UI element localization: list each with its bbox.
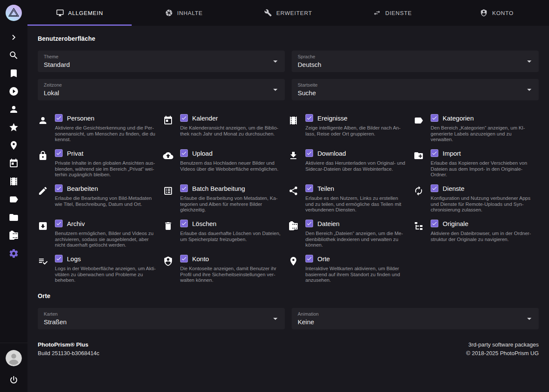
magnify-icon bbox=[9, 50, 19, 60]
option-kategorien: KategorienDen Bereich „Kategorien“ anzei… bbox=[413, 114, 539, 149]
select-sprache[interactable]: SpracheDeutsch bbox=[292, 51, 539, 72]
tab-inhalte[interactable]: INHALTE bbox=[132, 0, 236, 26]
sidebar-item-expand[interactable] bbox=[0, 28, 27, 46]
tab-allgemein[interactable]: ALLGEMEIN bbox=[27, 0, 132, 26]
select-animation[interactable]: AnimationKeine bbox=[292, 308, 539, 329]
option-label[interactable]: Löschen bbox=[192, 220, 217, 227]
checkbox-kategorien[interactable] bbox=[431, 114, 438, 122]
option-label[interactable]: Batch Bearbeitung bbox=[192, 185, 245, 192]
archive-down-icon bbox=[38, 220, 55, 255]
option-head: Originale bbox=[431, 220, 532, 227]
checkbox-originale[interactable] bbox=[431, 220, 438, 227]
tab-erweitert[interactable]: ERWEITERT bbox=[236, 0, 340, 26]
sidebar-item-search[interactable] bbox=[0, 46, 27, 64]
calendar-icon bbox=[9, 158, 19, 169]
sidebar-item-moments[interactable] bbox=[0, 172, 27, 190]
option-label[interactable]: Orte bbox=[317, 255, 330, 262]
option-description: Benutzern ermöglichen, Bilder und Videos… bbox=[55, 231, 156, 248]
sidebar-item-people[interactable] bbox=[0, 100, 27, 118]
option-label[interactable]: Personen bbox=[67, 115, 94, 122]
sidebar-item-settings[interactable] bbox=[0, 244, 27, 262]
option-label[interactable]: Ereignisse bbox=[317, 115, 347, 122]
map-marker-icon bbox=[288, 255, 305, 290]
checkbox-privat[interactable] bbox=[55, 149, 63, 157]
sidebar-item-calendar[interactable] bbox=[0, 154, 27, 172]
option-description: Erlaube die Bearbeitung von Metadaten, K… bbox=[180, 196, 281, 213]
sidebar-item-albums[interactable] bbox=[0, 64, 27, 82]
select-value: Suche bbox=[298, 89, 522, 96]
option-head: Download bbox=[305, 149, 407, 157]
checkbox-konto[interactable] bbox=[180, 255, 188, 262]
select-label: Theme bbox=[44, 54, 268, 59]
checkbox-upload[interactable] bbox=[180, 149, 188, 157]
tab-konto[interactable]: KONTO bbox=[445, 0, 549, 26]
option-label[interactable]: Privat bbox=[67, 150, 83, 157]
checkbox-bearbeiten[interactable] bbox=[55, 184, 63, 192]
option-dienste: DiensteKonfiguration und Nutzung verbund… bbox=[413, 184, 539, 220]
option-teilen: TeilenErlaube es den Nutzern, Links zu e… bbox=[288, 184, 413, 220]
option-label[interactable]: Teilen bbox=[317, 185, 334, 192]
checkbox-logs[interactable] bbox=[55, 255, 63, 262]
option-body: DiensteKonfiguration und Nutzung verbund… bbox=[431, 184, 539, 220]
option-batch-bearbeitung: Batch BearbeitungErlaube die Bearbeitung… bbox=[163, 184, 288, 220]
option-label[interactable]: Dateien bbox=[317, 220, 340, 227]
checkbox-orte[interactable] bbox=[305, 255, 313, 262]
tab-label: ALLGEMEIN bbox=[68, 10, 103, 16]
select-theme[interactable]: ThemeStandard bbox=[38, 51, 285, 72]
shield-account-icon bbox=[480, 9, 488, 17]
option-import: ImportErlaube das Kopieren oder Verschie… bbox=[413, 149, 539, 184]
caret-down-icon bbox=[524, 84, 534, 95]
checkbox-dienste[interactable] bbox=[431, 184, 438, 192]
checkbox-download[interactable] bbox=[305, 149, 313, 157]
footer-right: 3rd-party software packages © 2018-2025 … bbox=[466, 341, 539, 356]
option-label[interactable]: Dienste bbox=[443, 185, 465, 192]
checkbox-loeschen[interactable] bbox=[180, 220, 188, 227]
option-body: BearbeitenErlaube die Bearbeitung von Bi… bbox=[55, 184, 163, 220]
tabbar: ALLGEMEININHALTEERWEITERTDIENSTEKONTO bbox=[27, 0, 549, 26]
option-label[interactable]: Kalender bbox=[192, 115, 218, 122]
option-label[interactable]: Kategorien bbox=[443, 115, 474, 122]
option-label[interactable]: Download bbox=[317, 150, 346, 157]
option-head: Logs bbox=[55, 255, 156, 262]
checkbox-personen[interactable] bbox=[55, 114, 63, 122]
user-avatar[interactable] bbox=[6, 350, 22, 366]
checkbox-dateien[interactable] bbox=[305, 220, 313, 227]
option-label[interactable]: Logs bbox=[67, 255, 81, 262]
option-label[interactable]: Originale bbox=[443, 220, 468, 227]
select-karten[interactable]: KartenStraßen bbox=[38, 308, 285, 329]
option-label[interactable]: Archiv bbox=[67, 220, 85, 227]
pencil-icon bbox=[38, 184, 55, 220]
checkbox-archiv[interactable] bbox=[55, 220, 63, 227]
checkbox-ereignisse[interactable] bbox=[305, 114, 313, 122]
checkbox-batch-bearbeitung[interactable] bbox=[180, 184, 188, 192]
option-privat: PrivatPrivate Inhalte in den globalen An… bbox=[38, 149, 163, 184]
option-description: Den Bereich „Dateien“ anzeigen, um die M… bbox=[305, 231, 407, 248]
photoprism-logo[interactable] bbox=[5, 4, 22, 21]
select-zeitzone[interactable]: ZeitzoneLokal bbox=[38, 79, 285, 100]
option-archiv: ArchivBenutzern ermöglichen, Bilder und … bbox=[38, 220, 163, 255]
logout-button[interactable] bbox=[0, 374, 27, 386]
tab-dienste[interactable]: DIENSTE bbox=[341, 0, 445, 26]
option-label[interactable]: Bearbeiten bbox=[67, 185, 98, 192]
option-body: OrteInteraktive Weltkarten aktivieren, u… bbox=[305, 255, 413, 290]
option-label[interactable]: Konto bbox=[192, 255, 209, 262]
sidebar-item-labels[interactable] bbox=[0, 190, 27, 208]
option-label[interactable]: Import bbox=[443, 150, 461, 157]
sidebar-item-places[interactable] bbox=[0, 136, 27, 154]
filmstrip-icon bbox=[288, 114, 305, 149]
third-party-packages-link[interactable]: 3rd-party software packages bbox=[466, 341, 539, 348]
caret-down-icon bbox=[524, 56, 534, 66]
option-body: ArchivBenutzern ermöglichen, Bilder und … bbox=[55, 220, 163, 255]
sidebar-item-videos[interactable] bbox=[0, 82, 27, 100]
sidebar-item-favorites[interactable] bbox=[0, 118, 27, 136]
option-head: Konto bbox=[180, 255, 281, 262]
select-startseite[interactable]: StartseiteSuche bbox=[292, 79, 539, 100]
sidebar-item-folders[interactable] bbox=[0, 208, 27, 226]
sidebar-nav bbox=[0, 28, 27, 262]
option-label[interactable]: Upload bbox=[192, 150, 213, 157]
checkbox-teilen[interactable] bbox=[305, 184, 313, 192]
option-description: Erlaube die Bearbeitung von Bild-Metadat… bbox=[55, 196, 156, 207]
sidebar-item-library[interactable] bbox=[0, 226, 27, 244]
checkbox-import[interactable] bbox=[431, 149, 438, 157]
checkbox-kalender[interactable] bbox=[180, 114, 188, 122]
